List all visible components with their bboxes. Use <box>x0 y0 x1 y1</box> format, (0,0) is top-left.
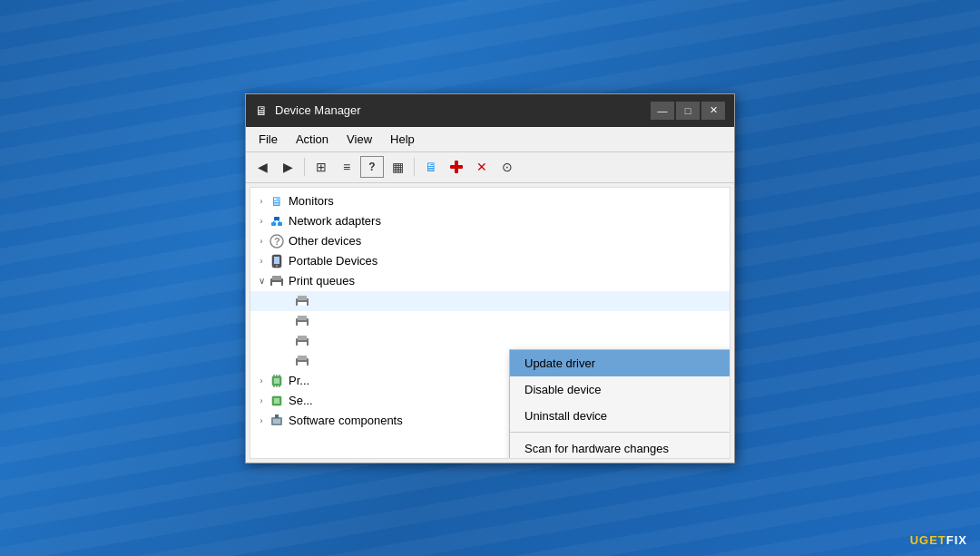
label-software: Software components <box>289 414 403 427</box>
svg-line-6 <box>278 220 280 222</box>
expand-icon-software: › <box>254 416 269 425</box>
svg-rect-16 <box>298 296 307 300</box>
window-title: Device Manager <box>275 103 643 117</box>
icon-security <box>269 393 285 409</box>
svg-rect-14 <box>272 282 281 286</box>
ctx-uninstall-device-label: Uninstall device <box>524 409 607 423</box>
back-button[interactable]: ◀ <box>250 156 274 178</box>
ctx-uninstall-device[interactable]: Uninstall device <box>510 403 730 429</box>
ctx-disable-device[interactable]: Disable device <box>510 376 730 403</box>
svg-text:?: ? <box>274 236 280 247</box>
watermark: UGETFIX <box>910 533 967 547</box>
expand-icon-security: › <box>254 396 269 405</box>
icon-printqueues <box>269 273 285 289</box>
help-button[interactable]: ? <box>360 156 384 178</box>
svg-rect-28 <box>274 378 279 384</box>
icon-network <box>269 213 285 229</box>
icon-printer-sub-4 <box>294 353 310 369</box>
svg-rect-23 <box>298 342 307 346</box>
grid-view-button[interactable]: ⊞ <box>309 156 333 178</box>
window-icon: 🖥 <box>255 103 268 118</box>
svg-rect-1 <box>450 165 463 169</box>
ctx-update-driver-label: Update driver <box>524 356 595 370</box>
icon-processors <box>269 373 285 389</box>
svg-rect-26 <box>298 362 307 366</box>
label-printqueues: Print queues <box>289 274 355 288</box>
device-manager-window: 🖥 Device Manager — □ ✕ File Action View … <box>245 93 735 463</box>
svg-rect-10 <box>274 257 279 264</box>
expand-icon-printqueues: ∨ <box>254 276 269 286</box>
label-other: Other devices <box>289 234 361 248</box>
title-bar: 🖥 Device Manager — □ ✕ <box>246 94 734 127</box>
context-menu: Update driver Disable device Uninstall d… <box>509 349 730 459</box>
svg-rect-13 <box>272 276 281 280</box>
svg-rect-38 <box>273 419 280 424</box>
refresh-button[interactable]: ⊙ <box>495 156 519 178</box>
forward-button[interactable]: ▶ <box>276 156 299 178</box>
icon-software <box>269 413 285 429</box>
tree-item-network[interactable]: › Network adapters <box>250 211 730 231</box>
tree-item-printer-sub-2[interactable] <box>250 311 730 331</box>
label-network: Network adapters <box>289 214 381 228</box>
expand-icon-monitors: › <box>254 197 269 206</box>
svg-rect-20 <box>298 322 307 326</box>
tree-item-printqueues[interactable]: ∨ Print queues <box>250 271 730 291</box>
icon-printer-sub-3 <box>294 333 310 349</box>
svg-rect-39 <box>275 415 279 418</box>
svg-rect-17 <box>298 302 307 306</box>
tree-item-monitors[interactable]: › 🖥 Monitors <box>250 191 730 211</box>
close-button[interactable]: ✕ <box>701 102 725 120</box>
tree-item-portable[interactable]: › Portable Devices <box>250 251 730 271</box>
svg-rect-4 <box>274 217 279 220</box>
label-processors: Pr... <box>289 374 309 387</box>
svg-line-5 <box>273 220 276 222</box>
menu-file[interactable]: File <box>250 130 287 149</box>
tree-item-other[interactable]: › ? Other devices <box>250 231 730 251</box>
svg-point-11 <box>276 265 278 267</box>
ctx-update-driver[interactable]: Update driver <box>510 350 730 376</box>
properties-view-button[interactable]: ▦ <box>386 156 409 178</box>
tree-item-printer-sub-1[interactable] <box>250 291 730 311</box>
icon-other: ? <box>269 233 285 249</box>
watermark-prefix: UGET <box>910 533 946 547</box>
toolbar-separator-2 <box>414 158 415 176</box>
toolbar-separator-1 <box>304 158 305 176</box>
label-portable: Portable Devices <box>289 254 377 268</box>
remove-button[interactable]: ✕ <box>470 156 494 178</box>
expand-icon-portable: › <box>254 257 269 266</box>
svg-rect-3 <box>278 222 282 226</box>
window-controls: — □ ✕ <box>651 102 725 120</box>
ctx-separator-1 <box>510 432 730 433</box>
svg-rect-25 <box>298 356 307 360</box>
minimize-button[interactable]: — <box>651 102 674 120</box>
ctx-disable-device-label: Disable device <box>524 383 602 396</box>
svg-rect-19 <box>298 316 307 320</box>
expand-icon-other: › <box>254 237 269 246</box>
svg-rect-36 <box>274 398 279 404</box>
expand-icon-processors: › <box>254 376 269 385</box>
tree-item-printer-sub-3[interactable] <box>250 331 730 351</box>
svg-rect-22 <box>298 336 307 340</box>
toolbar: ◀ ▶ ⊞ ≡ ? ▦ 🖥 ✕ ⊙ <box>246 152 734 183</box>
icon-monitors: 🖥 <box>269 193 285 210</box>
menu-view[interactable]: View <box>338 130 381 149</box>
label-security: Se... <box>289 394 313 407</box>
list-view-button[interactable]: ≡ <box>335 156 358 178</box>
menu-help[interactable]: Help <box>381 130 424 149</box>
expand-icon-network: › <box>254 217 269 226</box>
device-tree-panel: › 🖥 Monitors › Network adapters <box>250 187 730 459</box>
svg-rect-2 <box>271 222 276 226</box>
icon-printer-sub-1 <box>294 293 310 309</box>
menu-bar: File Action View Help <box>246 127 734 152</box>
icon-printer-sub-2 <box>294 313 310 329</box>
ctx-scan-changes-label: Scan for hardware changes <box>524 442 669 455</box>
add-button[interactable] <box>445 156 468 178</box>
label-monitors: Monitors <box>289 194 334 208</box>
maximize-button[interactable]: □ <box>676 102 700 120</box>
icon-portable <box>269 253 285 269</box>
monitor-button[interactable]: 🖥 <box>419 156 443 178</box>
menu-action[interactable]: Action <box>287 130 338 149</box>
ctx-scan-changes[interactable]: Scan for hardware changes <box>510 435 730 459</box>
watermark-suffix: FIX <box>946 533 967 547</box>
